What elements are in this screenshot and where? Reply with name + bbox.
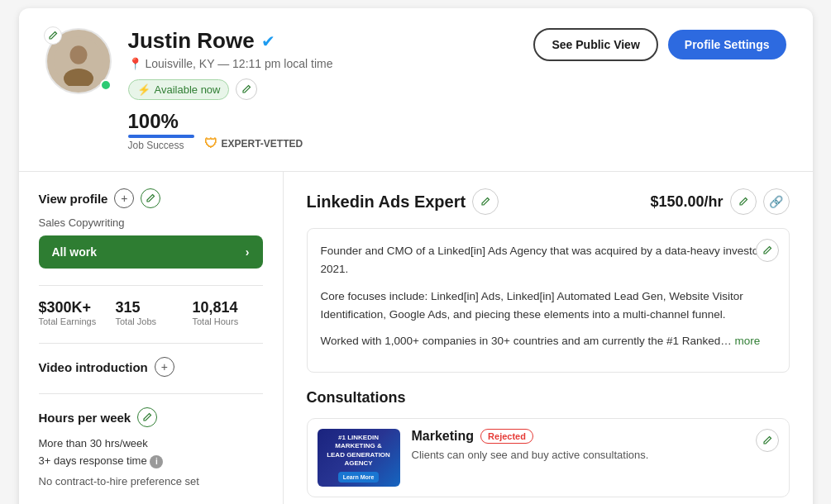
divider-1 <box>39 285 263 286</box>
total-earnings-stat: $300K+ Total Earnings <box>39 299 109 326</box>
more-link[interactable]: more <box>735 335 761 347</box>
header-actions: See Public View Profile Settings <box>533 28 786 61</box>
plus-icon: + <box>121 192 127 205</box>
expert-vetted-label: EXPERT-VETTED <box>222 138 303 150</box>
profile-info: Justin Rowe ✔ 📍 Louisville, KY — 12:11 p… <box>128 28 333 151</box>
profile-page: Justin Rowe ✔ 📍 Louisville, KY — 12:11 p… <box>19 8 813 504</box>
desc-p3: Worked with 1,000+ companies in 30+ coun… <box>321 332 776 350</box>
job-title-right: $150.00/hr 🔗 <box>650 188 789 215</box>
consultation-info: Marketing Rejected Clients can only see … <box>412 429 779 461</box>
pin-icon: 📍 <box>128 57 142 70</box>
rejected-badge: Rejected <box>480 429 533 444</box>
response-time: 3+ days response time i <box>39 453 263 470</box>
job-title: Linkedin Ads Expert <box>307 193 466 212</box>
total-earnings-value: $300K+ <box>39 299 109 316</box>
verified-icon: ✔ <box>261 31 275 51</box>
thumbnail-text: #1 Linkedin Marketing & Lead Generation … <box>322 434 395 468</box>
consultation-description: Clients can only see and buy active cons… <box>412 449 779 461</box>
divider-3 <box>39 393 263 394</box>
available-label: Available now <box>155 83 221 96</box>
edit-description-button[interactable] <box>756 239 779 262</box>
online-indicator <box>100 79 112 91</box>
link-icon: 🔗 <box>769 195 783 208</box>
total-hours-stat: 10,814 Total Hours <box>193 299 263 326</box>
stats-row: 100% Job Success 🛡 EXPERT-VETTED <box>128 110 333 151</box>
rate-text: $150.00/hr <box>650 193 723 211</box>
profile-settings-button[interactable]: Profile Settings <box>668 30 786 59</box>
job-success-percent: 100% <box>128 110 194 133</box>
header-left: Justin Rowe ✔ 📍 Louisville, KY — 12:11 p… <box>45 28 333 151</box>
video-intro-section: Video introduction + <box>39 357 263 377</box>
hours-info: More than 30 hrs/week 3+ days response t… <box>39 435 263 470</box>
view-profile-header: View profile + <box>39 188 263 208</box>
no-contract-text: No contract-to-hire preference set <box>39 475 263 487</box>
hours-value: More than 30 hrs/week <box>39 435 263 453</box>
video-intro-label: Video introduction <box>39 360 148 374</box>
all-work-button[interactable]: All work › <box>39 235 263 269</box>
name-row: Justin Rowe ✔ <box>128 28 333 54</box>
consultation-name: Marketing <box>412 429 475 444</box>
stats-section: $300K+ Total Earnings 315 Total Jobs 10,… <box>39 299 263 326</box>
thumbnail-cta: Learn More <box>338 472 380 483</box>
job-title-row: Linkedin Ads Expert $150.00/hr <box>307 188 790 215</box>
job-success-block: 100% Job Success <box>128 110 194 151</box>
avatar-edit-button[interactable] <box>44 26 62 45</box>
job-success-label: Job Success <box>128 140 194 151</box>
add-video-button[interactable]: + <box>155 357 174 377</box>
consultations-title: Consultations <box>307 389 790 407</box>
job-success-bar <box>128 135 194 138</box>
edit-rate-button[interactable] <box>730 188 757 215</box>
total-hours-value: 10,814 <box>193 299 263 316</box>
consultation-thumbnail: #1 Linkedin Marketing & Lead Generation … <box>318 429 400 487</box>
edit-consultation-button[interactable] <box>756 429 779 452</box>
divider-2 <box>39 343 263 344</box>
job-title-left: Linkedin Ads Expert <box>307 188 499 215</box>
location-text: Louisville, KY — 12:11 pm local time <box>146 57 333 70</box>
all-work-label: All work <box>52 245 97 259</box>
lightning-icon: ⚡ <box>137 83 150 96</box>
consultations-section: Consultations #1 Linkedin Marketing & Le… <box>307 389 790 497</box>
stats-grid: $300K+ Total Earnings 315 Total Jobs 10,… <box>39 299 263 326</box>
view-profile-label: View profile <box>39 192 108 206</box>
total-jobs-stat: 315 Total Jobs <box>116 299 186 326</box>
plus-icon-video: + <box>161 360 168 373</box>
svg-point-1 <box>69 45 87 64</box>
edit-job-title-button[interactable] <box>472 188 499 215</box>
edit-profile-button[interactable] <box>141 188 160 208</box>
body-layout: View profile + Sales Copywriting All wor… <box>19 172 813 504</box>
location-row: 📍 Louisville, KY — 12:11 pm local time <box>128 57 333 70</box>
consult-name-row: Marketing Rejected <box>412 429 779 444</box>
sidebar: View profile + Sales Copywriting All wor… <box>19 172 284 504</box>
availability-edit-button[interactable] <box>236 78 257 100</box>
availability-row: ⚡ Available now <box>128 78 333 100</box>
edit-hours-button[interactable] <box>137 407 157 427</box>
link-button[interactable]: 🔗 <box>763 188 790 215</box>
shield-icon: 🛡 <box>204 136 217 151</box>
hours-header: Hours per week <box>39 407 263 427</box>
desc-p2: Core focuses include: Linked[in] Ads, Li… <box>321 288 776 325</box>
profile-name: Justin Rowe <box>128 28 255 54</box>
desc-p1: Founder and CMO of a Linked[in] Ads Agen… <box>321 242 776 279</box>
video-intro-header: Video introduction + <box>39 357 263 377</box>
sales-copywriting-label: Sales Copywriting <box>39 216 263 229</box>
job-success-bar-fill <box>128 135 194 138</box>
avatar-wrapper <box>45 28 112 94</box>
description-text: Founder and CMO of a Linked[in] Ads Agen… <box>321 242 776 350</box>
total-earnings-label: Total Earnings <box>39 316 109 326</box>
hours-label: Hours per week <box>39 411 131 425</box>
main-content: Linkedin Ads Expert $150.00/hr <box>284 172 813 504</box>
total-jobs-label: Total Jobs <box>116 316 186 326</box>
total-jobs-value: 315 <box>116 299 186 316</box>
description-box: Founder and CMO of a Linked[in] Ads Agen… <box>307 228 790 373</box>
hours-section: Hours per week More than 30 hrs/week 3+ … <box>39 407 263 487</box>
info-icon[interactable]: i <box>150 455 163 468</box>
available-badge[interactable]: ⚡ Available now <box>128 79 230 100</box>
total-hours-label: Total Hours <box>193 316 263 326</box>
chevron-right-icon: › <box>246 245 250 259</box>
add-profile-button[interactable]: + <box>114 188 134 208</box>
expert-vetted-badge: 🛡 EXPERT-VETTED <box>204 136 303 151</box>
view-profile-section: View profile + Sales Copywriting All wor… <box>39 188 263 269</box>
consultation-card: #1 Linkedin Marketing & Lead Generation … <box>307 418 790 497</box>
see-public-view-button[interactable]: See Public View <box>533 28 657 61</box>
header-section: Justin Rowe ✔ 📍 Louisville, KY — 12:11 p… <box>19 8 813 172</box>
